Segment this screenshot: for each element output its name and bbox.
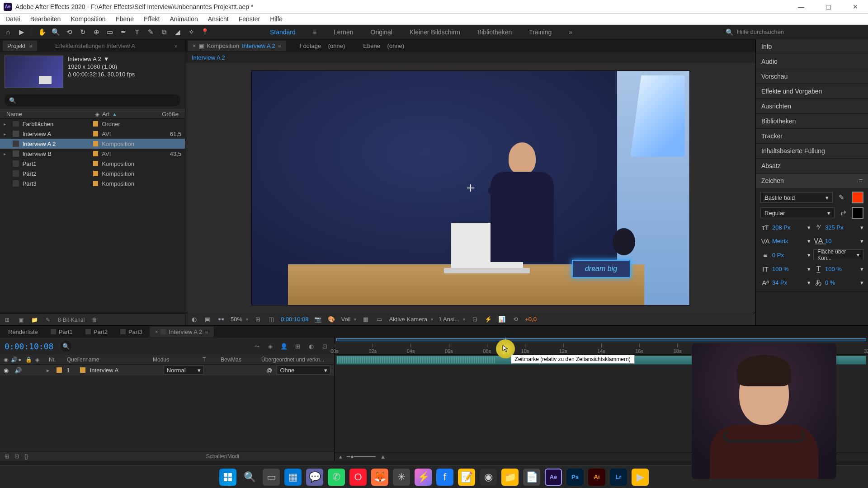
label-icon[interactable]: ◈ xyxy=(95,111,99,117)
col-name[interactable]: Name xyxy=(6,111,59,117)
panel-menu-icon[interactable]: ≡ xyxy=(859,177,863,184)
app-icon-1[interactable]: ✳ xyxy=(393,469,410,486)
start-button[interactable] xyxy=(219,469,236,486)
workspace-standard[interactable]: Standard xyxy=(267,27,298,38)
toggle-modes-icon[interactable]: ⊡ xyxy=(14,453,19,460)
speaker-col-icon[interactable]: 🔊 xyxy=(11,357,16,363)
label-col-icon[interactable]: ◈ xyxy=(35,357,44,363)
toggle-brackets-icon[interactable]: {} xyxy=(24,453,28,460)
chat-icon[interactable]: 💬 xyxy=(306,469,323,486)
viewer-tab-footage[interactable]: Footage (ohne) xyxy=(295,41,349,51)
tracking-value[interactable]: 10 xyxy=(825,238,859,244)
motion-blur-icon[interactable]: ◐ xyxy=(306,341,316,351)
hscale-value[interactable]: 100 % xyxy=(825,266,859,272)
project-row[interactable]: ▸ Farbflächen Ordner xyxy=(0,119,185,129)
viewer-tab-ebene[interactable]: Ebene (ohne) xyxy=(359,41,409,51)
layer-name[interactable]: Interview A xyxy=(90,367,159,374)
menu-fenster[interactable]: Fenster xyxy=(237,14,262,23)
viewer-canvas[interactable]: dream big xyxy=(185,63,755,313)
photoshop-icon[interactable]: Ps xyxy=(566,469,584,486)
opera-icon[interactable]: O xyxy=(349,469,367,486)
project-search[interactable]: 🔍 xyxy=(5,94,180,106)
col-nr[interactable]: Nr. xyxy=(49,357,62,363)
pen-tool-icon[interactable]: ✒ xyxy=(118,27,129,38)
messenger-icon[interactable]: ⚡ xyxy=(415,469,432,486)
panel-audio[interactable]: Audio xyxy=(756,54,868,69)
col-modus[interactable]: Modus xyxy=(153,357,198,363)
swap-colors-icon[interactable]: ⇄ xyxy=(838,208,848,218)
taskbar-search-icon[interactable]: 🔍 xyxy=(241,469,258,486)
pixel-aspect-icon[interactable]: ⊡ xyxy=(471,315,479,324)
panel-overflow-icon[interactable]: » xyxy=(170,41,182,51)
eraser-tool-icon[interactable]: ◢ xyxy=(172,27,183,38)
zoom-dropdown[interactable]: 50% xyxy=(231,316,248,323)
tsume-value[interactable]: 0 % xyxy=(825,279,859,286)
project-tab[interactable]: Projekt ≡ xyxy=(3,41,37,51)
fill-stroke-order-dropdown[interactable]: Fläche über Kon...▾ xyxy=(813,249,863,260)
roto-tool-icon[interactable]: ✧ xyxy=(186,27,197,38)
timeline-tab-interview-a-2[interactable]: ×Interview A 2≡ xyxy=(150,327,214,337)
workspace-kleiner[interactable]: Kleiner Bildschirm xyxy=(407,27,463,38)
selected-comp-name[interactable]: Interview A 2 ▼ xyxy=(68,56,135,62)
panel-vorschau[interactable]: Vorschau xyxy=(756,69,868,84)
menu-effekt[interactable]: Effekt xyxy=(142,14,162,23)
eyedropper-icon[interactable]: ✎ xyxy=(836,192,846,202)
project-row[interactable]: Part2 Komposition xyxy=(0,169,185,178)
menu-animation[interactable]: Animation xyxy=(168,14,199,23)
camera-dropdown[interactable]: Aktive Kamera xyxy=(389,316,433,323)
current-time[interactable]: 0:00:10:08 xyxy=(281,316,308,323)
workspace-overflow-icon[interactable]: » xyxy=(566,27,575,38)
project-row[interactable]: Part3 Komposition xyxy=(0,178,185,188)
panel-inhaltsfuellung[interactable]: Inhaltsbasierte Füllung xyxy=(756,144,868,158)
timeline-tab-part2[interactable]: Part2 xyxy=(80,327,113,337)
close-button[interactable]: ✕ xyxy=(846,0,864,14)
resolution-dropdown[interactable]: Voll xyxy=(341,316,356,323)
menu-datei[interactable]: Datei xyxy=(4,14,22,23)
layer-label-swatch[interactable] xyxy=(57,367,62,373)
workspace-menu-icon[interactable]: ≡ xyxy=(310,27,319,38)
adjust-icon[interactable]: ✎ xyxy=(44,316,52,324)
panel-effekte[interactable]: Effekte und Vorgaben xyxy=(756,84,868,99)
project-row[interactable]: Part1 Komposition xyxy=(0,159,185,169)
col-parent[interactable]: Übergeordnet und verkn... xyxy=(261,357,330,363)
timeline-tab-part3[interactable]: Part3 xyxy=(115,327,148,337)
menu-ebene[interactable]: Ebene xyxy=(113,14,135,23)
glasses-icon[interactable]: 👓 xyxy=(217,315,225,324)
parent-pickwhip-icon[interactable]: @ xyxy=(266,367,272,374)
viewer-tab-komposition[interactable]: × ▣ Komposition Interview A 2 ≡ xyxy=(188,41,286,51)
taskview-icon[interactable]: ▭ xyxy=(263,469,280,486)
switches-modes-label[interactable]: Schalter/Modi xyxy=(206,453,239,460)
lightroom-icon[interactable]: Lr xyxy=(610,469,627,486)
facebook-icon[interactable]: f xyxy=(436,469,453,486)
panel-tracker[interactable]: Tracker xyxy=(756,129,868,143)
alpha-icon[interactable]: ◐ xyxy=(190,315,198,324)
orbit-tool-icon[interactable]: ⟲ xyxy=(64,27,75,38)
app-icon-2[interactable]: ▶ xyxy=(632,469,649,486)
new-folder-icon[interactable]: 📁 xyxy=(31,316,38,324)
layer-mode-dropdown[interactable]: Normal▾ xyxy=(164,366,204,375)
explorer-icon[interactable]: 📁 xyxy=(501,469,519,486)
interpret-footage-icon[interactable]: ⊞ xyxy=(4,316,11,324)
workspace-original[interactable]: Original xyxy=(368,27,395,38)
timeline-icon[interactable]: 📊 xyxy=(498,315,506,324)
eye-col-icon[interactable]: ◉ xyxy=(4,357,9,363)
hand-tool-icon[interactable]: ✋ xyxy=(37,27,47,38)
effect-controls-tab[interactable]: Effekteinstellungen Interview A xyxy=(51,41,140,51)
menu-komposition[interactable]: Komposition xyxy=(69,14,107,23)
widgets-icon[interactable]: ▦ xyxy=(284,469,302,486)
clone-tool-icon[interactable]: ⧉ xyxy=(159,27,170,38)
firefox-icon[interactable]: 🦊 xyxy=(371,469,388,486)
home-icon[interactable]: ⌂ xyxy=(3,27,14,38)
puppet-tool-icon[interactable]: 📍 xyxy=(199,27,210,38)
solo-col-icon[interactable]: ● xyxy=(18,357,24,363)
font-size-value[interactable]: 208 Px xyxy=(772,224,806,231)
region-icon[interactable]: ▭ xyxy=(375,315,383,324)
project-row[interactable]: ▸ Interview B AVI 43,5 xyxy=(0,149,185,159)
zoom-tool-icon[interactable]: 🔍 xyxy=(50,27,61,38)
anchor-tool-icon[interactable]: ⊕ xyxy=(91,27,102,38)
timeline-layer-row[interactable]: ◉ 🔊 ▸ 1 Interview A Normal▾ @ Ohne▾ xyxy=(0,365,334,375)
mask-icon[interactable]: ▣ xyxy=(203,315,212,324)
editor-icon[interactable]: 📄 xyxy=(523,469,540,486)
frame-blend-icon[interactable]: ⊞ xyxy=(292,341,302,351)
baseline-value[interactable]: 34 Px xyxy=(772,279,806,286)
